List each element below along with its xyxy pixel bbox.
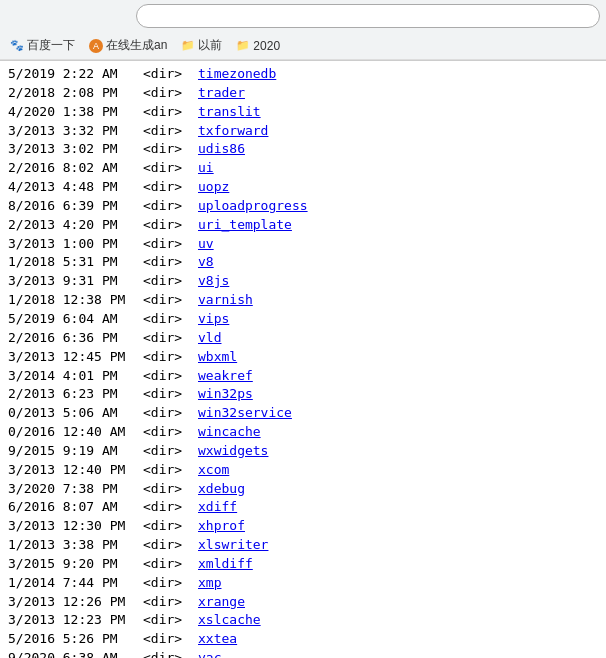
table-row: 3/2013 1:00 PM<dir>uv [8,235,598,254]
address-bar[interactable] [136,4,600,28]
dir-link-xxtea[interactable]: xxtea [198,631,237,646]
folder-icon-yiqian: 📁 [181,39,195,53]
col-link: xlswriter [198,536,268,555]
dir-link-uploadprogress[interactable]: uploadprogress [198,198,308,213]
dir-link-uopz[interactable]: uopz [198,179,229,194]
dir-link-xslcache[interactable]: xslcache [198,612,261,627]
table-row: 1/2018 12:38 PM<dir>varnish [8,291,598,310]
col-link: win32service [198,404,292,423]
col-date: 2/2016 6:36 PM [8,329,143,348]
dir-link-xlswriter[interactable]: xlswriter [198,537,268,552]
col-type: <dir> [143,480,198,499]
col-link: xhprof [198,517,245,536]
col-link: xdebug [198,480,245,499]
table-row: 3/2013 3:32 PM<dir>txforward [8,122,598,141]
col-link: wincache [198,423,261,442]
dir-link-xdebug[interactable]: xdebug [198,481,245,496]
bookmark-baidu[interactable]: 🐾 百度一下 [6,35,79,56]
col-date: 4/2020 1:38 PM [8,103,143,122]
bookmarks-bar: 🐾 百度一下 A 在线生成an 📁 以前 📁 2020 [0,32,606,60]
col-type: <dir> [143,272,198,291]
dir-link-timezonedb[interactable]: timezonedb [198,66,276,81]
dir-link-ui[interactable]: ui [198,160,214,175]
col-date: 1/2014 7:44 PM [8,574,143,593]
col-link: yac [198,649,221,658]
col-date: 0/2013 5:06 AM [8,404,143,423]
bookmark-yiqian-label: 以前 [198,37,222,54]
col-date: 9/2020 6:38 AM [8,649,143,658]
dir-link-v8js[interactable]: v8js [198,273,229,288]
dir-link-vips[interactable]: vips [198,311,229,326]
bookmark-2020-label: 2020 [253,39,280,53]
table-row: 3/2020 7:38 PM<dir>xdebug [8,480,598,499]
col-type: <dir> [143,423,198,442]
browser-chrome: 🐾 百度一下 A 在线生成an 📁 以前 📁 2020 [0,0,606,61]
dir-link-wxwidgets[interactable]: wxwidgets [198,443,268,458]
col-date: 0/2016 12:40 AM [8,423,143,442]
col-date: 1/2013 3:38 PM [8,536,143,555]
reload-button[interactable] [58,5,80,27]
col-link: xrange [198,593,245,612]
dir-link-xcom[interactable]: xcom [198,462,229,477]
col-link: udis86 [198,140,245,159]
col-type: <dir> [143,555,198,574]
undo-button[interactable] [84,5,106,27]
table-row: 4/2013 4:48 PM<dir>uopz [8,178,598,197]
bookmark-yiqian[interactable]: 📁 以前 [177,35,226,56]
dir-link-wincache[interactable]: wincache [198,424,261,439]
table-row: 3/2015 9:20 PM<dir>xmldiff [8,555,598,574]
table-row: 2/2016 6:36 PM<dir>vld [8,329,598,348]
home-button[interactable] [110,5,132,27]
paw-icon: 🐾 [10,39,24,53]
col-type: <dir> [143,253,198,272]
dir-link-xhprof[interactable]: xhprof [198,518,245,533]
col-type: <dir> [143,291,198,310]
dir-link-uv[interactable]: uv [198,236,214,251]
table-row: 9/2020 6:38 AM<dir>yac [8,649,598,658]
table-row: 0/2016 12:40 AM<dir>wincache [8,423,598,442]
dir-link-txforward[interactable]: txforward [198,123,268,138]
table-row: 9/2015 9:19 AM<dir>wxwidgets [8,442,598,461]
dir-link-wbxml[interactable]: wbxml [198,349,237,364]
dir-link-vld[interactable]: vld [198,330,221,345]
bookmark-2020[interactable]: 📁 2020 [232,37,284,55]
bookmark-aizai[interactable]: A 在线生成an [85,35,171,56]
table-row: 3/2013 12:23 PM<dir>xslcache [8,611,598,630]
col-type: <dir> [143,498,198,517]
col-link: uopz [198,178,229,197]
back-button[interactable] [6,5,28,27]
col-type: <dir> [143,216,198,235]
dir-link-trader[interactable]: trader [198,85,245,100]
browser-toolbar [0,0,606,32]
dir-link-udis86[interactable]: udis86 [198,141,245,156]
table-row: 1/2014 7:44 PM<dir>xmp [8,574,598,593]
col-date: 5/2016 5:26 PM [8,630,143,649]
table-row: 6/2016 8:07 AM<dir>xdiff [8,498,598,517]
dir-link-weakref[interactable]: weakref [198,368,253,383]
dir-link-varnish[interactable]: varnish [198,292,253,307]
dir-link-xrange[interactable]: xrange [198,594,245,609]
col-link: wbxml [198,348,237,367]
dir-link-xmldiff[interactable]: xmldiff [198,556,253,571]
dir-link-win32ps[interactable]: win32ps [198,386,253,401]
col-date: 3/2014 4:01 PM [8,367,143,386]
col-date: 6/2016 8:07 AM [8,498,143,517]
dir-link-translit[interactable]: translit [198,104,261,119]
col-date: 4/2013 4:48 PM [8,178,143,197]
dir-link-win32service[interactable]: win32service [198,405,292,420]
au-icon: A [89,39,103,53]
forward-button[interactable] [32,5,54,27]
table-row: 2/2013 6:23 PM<dir>win32ps [8,385,598,404]
dir-link-v8[interactable]: v8 [198,254,214,269]
col-date: 8/2016 6:39 PM [8,197,143,216]
dir-link-xdiff[interactable]: xdiff [198,499,237,514]
dir-link-uri_template[interactable]: uri_template [198,217,292,232]
col-link: vips [198,310,229,329]
dir-link-yac[interactable]: yac [198,650,221,658]
col-link: xmldiff [198,555,253,574]
dir-link-xmp[interactable]: xmp [198,575,221,590]
col-type: <dir> [143,461,198,480]
col-date: 2/2013 4:20 PM [8,216,143,235]
col-link: ui [198,159,214,178]
col-link: varnish [198,291,253,310]
